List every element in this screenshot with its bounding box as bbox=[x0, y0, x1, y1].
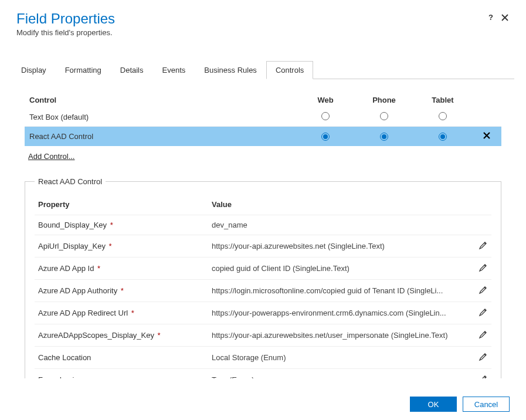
control-row[interactable]: Text Box (default) bbox=[25, 108, 501, 127]
property-value: True (Enum) bbox=[208, 369, 470, 379]
tab-display[interactable]: Display bbox=[12, 61, 56, 79]
tab-content-controls: Control Web Phone Tablet Text Box (defau… bbox=[12, 79, 514, 378]
help-icon[interactable]: ? bbox=[488, 13, 493, 22]
edit-cell[interactable] bbox=[470, 235, 491, 258]
control-properties-group: React AAD Control Property Value Bound_D… bbox=[25, 177, 501, 378]
cancel-button[interactable]: Cancel bbox=[463, 397, 510, 412]
required-asterisk: * bbox=[107, 242, 112, 250]
property-row: Azure AD App Redirect Url *https://your-… bbox=[35, 302, 491, 324]
edit-cell[interactable] bbox=[470, 324, 491, 347]
remove-icon[interactable] bbox=[482, 131, 491, 140]
required-asterisk: * bbox=[155, 331, 161, 340]
dialog-title: Field Properties bbox=[16, 11, 510, 27]
edit-cell bbox=[470, 215, 491, 235]
radio-phone[interactable] bbox=[355, 108, 413, 127]
edit-icon[interactable] bbox=[479, 241, 488, 250]
property-row: Bound_Display_Key *dev_name bbox=[35, 215, 491, 235]
property-row: Cache LocationLocal Storage (Enum) bbox=[35, 347, 491, 369]
tab-business-rules[interactable]: Business Rules bbox=[195, 61, 266, 79]
col-delete bbox=[472, 92, 501, 108]
property-value: https://your-api.azurewebsites.net/user_… bbox=[208, 324, 470, 347]
radio-tablet[interactable] bbox=[413, 108, 472, 127]
add-control-link[interactable]: Add Control... bbox=[28, 152, 75, 161]
radio-web[interactable] bbox=[296, 127, 355, 147]
ok-button[interactable]: OK bbox=[410, 397, 457, 412]
col-web: Web bbox=[296, 92, 355, 108]
edit-cell[interactable] bbox=[470, 302, 491, 324]
edit-cell[interactable] bbox=[470, 258, 491, 280]
property-label: ApiUrl_Display_Key * bbox=[35, 235, 208, 258]
edit-icon[interactable] bbox=[479, 263, 488, 272]
group-legend: React AAD Control bbox=[35, 177, 106, 186]
required-asterisk: * bbox=[118, 286, 124, 295]
radio-phone[interactable] bbox=[355, 127, 413, 147]
radio-icon[interactable] bbox=[380, 112, 388, 120]
property-value: Local Storage (Enum) bbox=[208, 347, 470, 369]
property-row: Force LoginTrue (Enum) bbox=[35, 369, 491, 379]
dialog-header: Field Properties Modify this field's pro… bbox=[0, 0, 526, 43]
col-value: Value bbox=[208, 197, 470, 215]
dialog-footer: OK Cancel bbox=[410, 397, 510, 412]
edit-icon[interactable] bbox=[479, 285, 488, 294]
edit-icon[interactable] bbox=[479, 330, 488, 339]
edit-icon[interactable] bbox=[479, 352, 488, 361]
col-control: Control bbox=[25, 92, 296, 108]
control-row[interactable]: React AAD Control bbox=[25, 127, 501, 147]
col-tablet: Tablet bbox=[413, 92, 472, 108]
radio-icon[interactable] bbox=[321, 133, 330, 141]
property-value: copied guid of Client ID (SingleLine.Tex… bbox=[208, 258, 470, 280]
edit-cell[interactable] bbox=[470, 347, 491, 369]
tab-details[interactable]: Details bbox=[111, 61, 153, 79]
property-row: AzureADAppScopes_Display_Key *https://yo… bbox=[35, 324, 491, 347]
edit-cell[interactable] bbox=[470, 280, 491, 302]
required-asterisk: * bbox=[129, 309, 134, 317]
edit-cell[interactable] bbox=[470, 369, 491, 379]
dialog-subtitle: Modify this field's properties. bbox=[16, 28, 510, 37]
property-label: AzureADAppScopes_Display_Key * bbox=[35, 324, 208, 347]
edit-icon[interactable] bbox=[479, 307, 488, 317]
remove-cell bbox=[472, 108, 501, 127]
radio-icon[interactable] bbox=[321, 112, 330, 120]
col-edit bbox=[470, 197, 491, 215]
tab-events[interactable]: Events bbox=[153, 61, 195, 79]
radio-web[interactable] bbox=[296, 108, 355, 127]
radio-tablet[interactable] bbox=[413, 127, 472, 147]
property-value: https://your-powerapps-environment.crm6.… bbox=[208, 302, 470, 324]
property-label: Azure AD App Redirect Url * bbox=[35, 302, 208, 324]
required-asterisk: * bbox=[108, 221, 113, 229]
radio-icon[interactable] bbox=[380, 133, 388, 141]
control-selection-table: Control Web Phone Tablet Text Box (defau… bbox=[25, 92, 501, 146]
property-row: Azure AD App Authority *https://login.mi… bbox=[35, 280, 491, 302]
property-value: https://your-api.azurewebsites.net (Sing… bbox=[208, 235, 470, 258]
control-name: React AAD Control bbox=[25, 127, 296, 147]
property-label: Force Login bbox=[35, 369, 208, 379]
property-row: ApiUrl_Display_Key *https://your-api.azu… bbox=[35, 235, 491, 258]
remove-cell[interactable] bbox=[472, 127, 501, 147]
required-asterisk: * bbox=[95, 264, 100, 273]
tab-formatting[interactable]: Formatting bbox=[56, 61, 111, 79]
property-label: Bound_Display_Key * bbox=[35, 215, 208, 235]
col-property: Property bbox=[35, 197, 208, 215]
close-icon[interactable] bbox=[500, 13, 510, 24]
radio-icon[interactable] bbox=[439, 133, 447, 141]
property-value: https://login.microsoftonline.com/copied… bbox=[208, 280, 470, 302]
property-label: Azure AD App Id * bbox=[35, 258, 208, 280]
property-table: Property Value Bound_Display_Key *dev_na… bbox=[35, 197, 491, 378]
tab-controls[interactable]: Controls bbox=[266, 61, 313, 79]
col-phone: Phone bbox=[355, 92, 413, 108]
tab-strip: DisplayFormattingDetailsEventsBusiness R… bbox=[12, 60, 514, 79]
property-value: dev_name bbox=[208, 215, 470, 235]
property-row: Azure AD App Id *copied guid of Client I… bbox=[35, 258, 491, 280]
property-label: Cache Location bbox=[35, 347, 208, 369]
radio-icon[interactable] bbox=[439, 112, 447, 120]
property-label: Azure AD App Authority * bbox=[35, 280, 208, 302]
edit-icon[interactable] bbox=[479, 374, 488, 378]
control-name: Text Box (default) bbox=[25, 108, 296, 127]
